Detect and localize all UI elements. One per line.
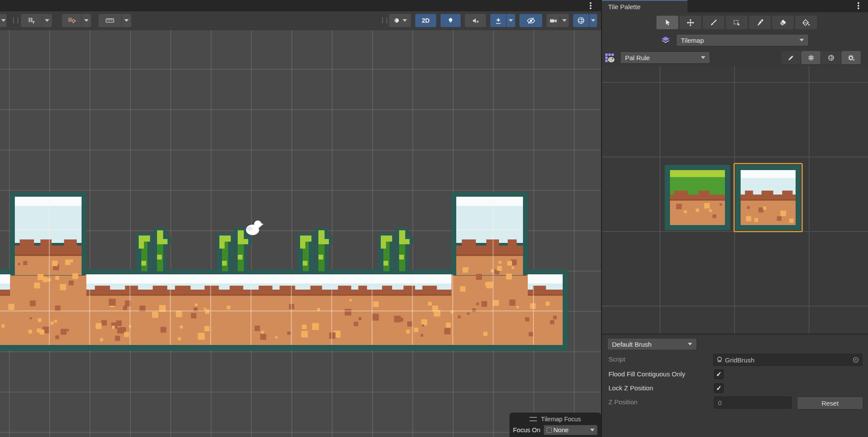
active-palette-row: Pal Rule — [602, 51, 868, 64]
toolbar-drag-handle[interactable] — [382, 17, 387, 24]
tool-move[interactable] — [680, 16, 701, 29]
clipped-dropdown-button[interactable] — [0, 14, 7, 27]
palette-asset-icon — [605, 53, 615, 63]
active-tilemap-value: Tilemap — [681, 37, 800, 44]
plant-sprite — [297, 228, 332, 272]
checkmark-icon: ✓ — [716, 370, 722, 378]
eraser-icon — [779, 18, 787, 27]
active-palette-dropdown[interactable]: Pal Rule — [620, 51, 710, 64]
camera-dropdown[interactable] — [560, 14, 569, 27]
tab-tile-palette[interactable]: Tile Palette — [602, 0, 687, 12]
active-tilemap-row: Tilemap — [602, 34, 868, 46]
gridbrush-script-icon — [716, 356, 723, 363]
lock-z-checkbox[interactable]: ✓ — [714, 383, 724, 393]
gizmos-group — [573, 14, 597, 27]
grid-axis-button[interactable]: Y — [21, 14, 42, 27]
scene-menu-kebab-icon[interactable] — [587, 2, 594, 10]
edit-palette-button[interactable] — [781, 51, 800, 64]
script-object-field[interactable]: GridBrush — [713, 354, 862, 366]
script-value: GridBrush — [725, 356, 851, 364]
grid-y-icon: Y — [27, 16, 36, 25]
gear-icon — [847, 54, 855, 62]
z-position-value: 0 — [718, 399, 721, 406]
palette-tile-sky-dirt[interactable] — [735, 165, 801, 230]
tool-box-fill[interactable] — [726, 16, 748, 29]
grid-hash-icon — [807, 54, 815, 62]
palette-tile-grid[interactable] — [602, 66, 868, 334]
snap-increment-button[interactable] — [99, 14, 121, 27]
ruler-icon — [105, 16, 115, 25]
panel-menu-kebab-icon[interactable] — [855, 2, 862, 10]
shading-mode-button[interactable] — [389, 14, 411, 27]
overlay-header[interactable]: Tilemap Focus — [513, 415, 598, 423]
grid-snap-button[interactable] — [62, 14, 81, 27]
brush-inspector: Default Brush Script GridBrush Flood Fil… — [602, 334, 868, 437]
svg-text:Y: Y — [32, 20, 34, 24]
plant-sprite — [217, 228, 252, 272]
z-position-label: Z Position — [608, 398, 638, 406]
tool-paint-brush[interactable] — [703, 16, 724, 29]
scene-tilemap[interactable] — [0, 0, 601, 437]
gizmos-button[interactable] — [573, 14, 589, 27]
brush-dropdown-value: Default Brush — [612, 341, 688, 348]
audio-mute-button[interactable] — [465, 14, 486, 27]
tool-eraser[interactable] — [772, 16, 794, 29]
lock-z-label: Lock Z Position — [608, 384, 653, 392]
palette-settings-button[interactable] — [841, 51, 861, 64]
flood-fill-label: Flood Fill Contiguous Only — [608, 370, 685, 378]
grid-snap-dropdown[interactable] — [82, 14, 91, 27]
scene-view-controls: 2D — [389, 14, 597, 27]
scene-view: Y — [0, 0, 601, 437]
scene-lighting-button[interactable] — [441, 14, 461, 27]
gizmo-sphere-icon — [577, 16, 585, 25]
grid-snap-group — [62, 14, 91, 27]
object-picker-icon[interactable] — [852, 356, 859, 363]
panel-title: Tile Palette — [608, 3, 640, 10]
effects-dropdown[interactable] — [506, 14, 515, 27]
scene-tab-bar — [0, 0, 601, 11]
cursor-arrow-icon — [663, 18, 672, 27]
light-bulb-icon — [447, 17, 455, 24]
player-sprite[interactable] — [246, 221, 263, 236]
tool-flood-fill[interactable] — [795, 16, 817, 29]
gizmos-toggle-button[interactable] — [821, 51, 841, 64]
chevron-down-icon — [590, 429, 595, 431]
tool-tile-picker[interactable] — [749, 16, 771, 29]
brush-icon — [709, 18, 718, 27]
grid-toggle-button[interactable] — [801, 51, 820, 64]
gizmos-dropdown[interactable] — [589, 14, 597, 27]
scene-camera-button[interactable] — [547, 14, 560, 27]
z-position-field[interactable]: 0 — [714, 396, 792, 409]
chevron-down-icon — [800, 39, 804, 41]
grid-axis-dropdown[interactable] — [42, 14, 52, 27]
tilemap-layers-icon — [660, 35, 671, 46]
reset-button[interactable]: Reset — [797, 396, 863, 410]
active-tilemap-dropdown[interactable]: Tilemap — [676, 34, 809, 46]
palette-tiles-canvas[interactable] — [602, 66, 868, 334]
toolbar-drag-handle[interactable] — [13, 17, 18, 24]
grid-magnet-icon — [67, 16, 76, 25]
panel-tab-bar: Tile Palette — [602, 0, 868, 12]
palette-tile-grass[interactable] — [665, 165, 730, 230]
snap-increment-dropdown[interactable] — [122, 14, 131, 27]
flood-fill-checkbox[interactable]: ✓ — [714, 369, 724, 379]
scene-toolbar: Y — [0, 11, 601, 30]
focus-on-dropdown[interactable]: None — [543, 425, 598, 435]
palette-option-buttons — [781, 51, 861, 64]
paint-bucket-icon — [802, 18, 810, 27]
2d-mode-button[interactable]: 2D — [415, 14, 436, 27]
hidden-objects-button[interactable] — [519, 14, 542, 27]
camera-icon — [549, 17, 557, 25]
speaker-muted-icon — [472, 17, 480, 25]
script-label: Script — [608, 355, 625, 363]
overlay-drag-handle-icon — [530, 417, 537, 421]
effects-button[interactable] — [490, 14, 506, 27]
camera-group — [547, 14, 569, 27]
focus-on-row: Focus On None — [513, 425, 598, 435]
unity-editor-window: Y — [0, 0, 868, 437]
chevron-down-icon — [701, 56, 705, 59]
tile-palette-tools — [656, 16, 817, 29]
tool-select[interactable] — [656, 16, 678, 29]
checkmark-icon: ✓ — [716, 384, 722, 392]
brush-dropdown[interactable]: Default Brush — [607, 338, 697, 350]
